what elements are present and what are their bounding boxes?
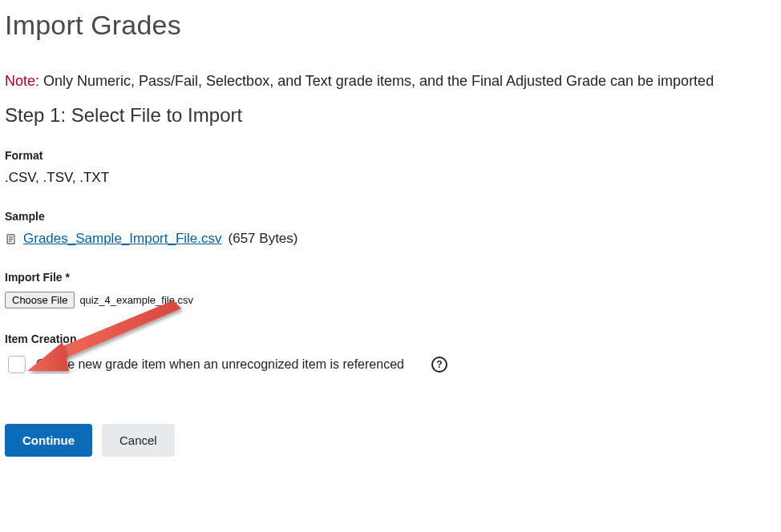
import-grades-page: Import Grades Note: Only Numeric, Pass/F… — [0, 0, 779, 481]
sample-size: (657 Bytes) — [229, 231, 298, 247]
create-grade-item-checkbox[interactable] — [8, 356, 26, 373]
svg-marker-4 — [53, 300, 181, 361]
page-title: Import Grades — [5, 10, 775, 41]
create-grade-item-checkbox-label: Create new grade item when an unrecogniz… — [36, 357, 404, 372]
format-label: Format — [5, 149, 775, 162]
note-text: Only Numeric, Pass/Fail, Selectbox, and … — [43, 73, 714, 89]
chosen-file-name: quiz_4_example_file.csv — [79, 294, 193, 306]
cancel-button[interactable]: Cancel — [102, 424, 175, 457]
sample-row: Grades_Sample_Import_File.csv (657 Bytes… — [5, 231, 775, 247]
note-line: Note: Only Numeric, Pass/Fail, Selectbox… — [5, 73, 775, 90]
file-input-row: Choose File quiz_4_example_file.csv — [5, 292, 775, 308]
step-title: Step 1: Select File to Import — [5, 104, 775, 127]
choose-file-button[interactable]: Choose File — [5, 292, 75, 308]
help-icon[interactable]: ? — [431, 357, 447, 373]
import-file-label: Import File * — [5, 271, 775, 284]
sample-download-link[interactable]: Grades_Sample_Import_File.csv — [23, 231, 222, 247]
format-value: .CSV, .TSV, .TXT — [5, 170, 775, 186]
document-icon — [5, 233, 17, 245]
continue-button[interactable]: Continue — [5, 424, 92, 457]
sample-label: Sample — [5, 210, 775, 223]
item-creation-row: Create new grade item when an unrecogniz… — [5, 353, 775, 376]
action-row: Continue Cancel — [5, 424, 775, 457]
item-creation-label: Item Creation — [5, 332, 775, 345]
format-section: Format .CSV, .TSV, .TXT — [5, 149, 775, 186]
sample-section: Sample Grades_Sample_Import_File.csv (65… — [5, 210, 775, 247]
note-label: Note: — [5, 73, 39, 89]
import-file-section: Import File * Choose File quiz_4_example… — [5, 271, 775, 308]
item-creation-section: Item Creation — [5, 332, 775, 376]
